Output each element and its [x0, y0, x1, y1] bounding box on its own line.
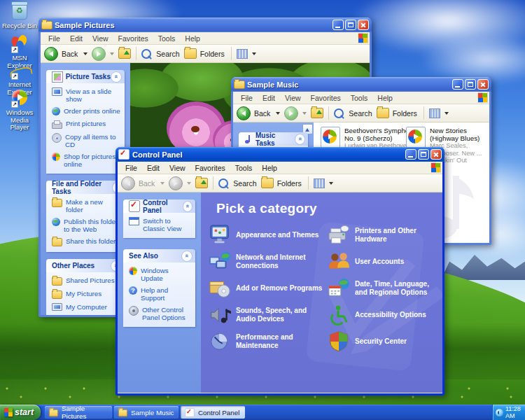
task-item[interactable]: Publish this folder to the Web [52, 218, 122, 233]
tray-volume-icon[interactable] [496, 409, 503, 416]
category-user-accounts[interactable]: User Accounts [327, 250, 440, 273]
menu-tools[interactable]: Tools [230, 164, 258, 172]
menu-help[interactable]: Help [257, 164, 282, 172]
back-button[interactable] [237, 106, 251, 120]
category-network-internet[interactable]: Network and Internet Connections [208, 250, 326, 273]
panel-header[interactable]: Other Places [46, 259, 125, 272]
views-icon[interactable] [429, 108, 440, 118]
task-item[interactable]: Other Control Panel Options [129, 306, 192, 321]
start-button[interactable]: start [0, 405, 41, 420]
task-item[interactable]: Windows Update [129, 267, 192, 282]
titlebar[interactable]: Sample Music [231, 77, 491, 92]
titlebar[interactable]: Sample Pictures [38, 18, 372, 32]
menu-edit[interactable]: Edit [258, 94, 280, 102]
back-label[interactable]: Back [62, 50, 78, 58]
menu-help[interactable]: Help [180, 34, 205, 43]
menu-view[interactable]: View [88, 34, 113, 43]
task-item[interactable]: My Computer [52, 303, 122, 311]
category-performance-maintenance[interactable]: Performance and Maintenance [208, 330, 326, 353]
up-button[interactable] [195, 178, 208, 188]
folders-icon[interactable] [261, 178, 274, 188]
menu-tools[interactable]: Tools [153, 34, 181, 43]
folders-label[interactable]: Folders [200, 50, 225, 58]
task-item[interactable]: Make a new folder [52, 198, 122, 214]
menu-favorites[interactable]: Favorites [113, 34, 153, 43]
task-item[interactable]: Print pictures [52, 120, 122, 129]
views-dropdown-icon[interactable] [252, 52, 256, 55]
category-date-time-language[interactable]: Date, Time, Language, and Regional Optio… [327, 276, 440, 300]
collapse-chevron-icon[interactable] [111, 71, 122, 83]
category-appearance-themes[interactable]: Appearance and Themes [208, 223, 326, 246]
folders-label[interactable]: Folders [393, 109, 417, 118]
category-accessibility-options[interactable]: Accessibility Options [327, 303, 440, 326]
menu-file[interactable]: File [43, 34, 65, 43]
menu-file[interactable]: File [120, 164, 142, 172]
menu-edit[interactable]: Edit [65, 34, 88, 43]
task-item[interactable]: Shop for pictures online [52, 153, 122, 168]
category-add-remove-programs[interactable]: Add or Remove Programs [208, 276, 326, 300]
taskbar-button-control-panel[interactable]: Control Panel [181, 406, 245, 419]
desktop-icon-recycle-bin[interactable]: Recycle Bin [0, 3, 39, 30]
category-printers-hardware[interactable]: Printers and Other Hardware [327, 223, 440, 246]
close-button[interactable] [358, 20, 369, 30]
back-label[interactable]: Back [139, 179, 155, 188]
back-label[interactable]: Back [254, 109, 270, 118]
folders-icon[interactable] [377, 108, 389, 118]
close-button[interactable] [430, 149, 442, 160]
maximize-button[interactable] [418, 149, 429, 160]
menu-view[interactable]: View [280, 94, 306, 102]
search-icon[interactable] [141, 49, 151, 59]
panel-header[interactable]: See Also [123, 249, 195, 262]
maximize-button[interactable] [465, 79, 476, 90]
menu-file[interactable]: File [236, 94, 258, 102]
collapse-chevron-icon[interactable] [183, 201, 192, 212]
views-icon[interactable] [314, 178, 325, 188]
panel-header[interactable]: File and Folder Tasks [46, 181, 125, 194]
panel-header[interactable]: Control Panel [123, 200, 195, 213]
close-button[interactable] [477, 79, 489, 90]
minimize-button[interactable] [405, 149, 416, 160]
views-dropdown-icon[interactable] [329, 182, 333, 185]
views-icon[interactable] [237, 49, 248, 59]
up-button[interactable] [118, 48, 131, 59]
forward-button[interactable] [284, 106, 298, 120]
back-dropdown-icon[interactable] [160, 182, 164, 185]
folders-icon[interactable] [184, 48, 197, 59]
category-sounds-speech-audio[interactable]: Sounds, Speech, and Audio Devices [208, 303, 326, 326]
folders-label[interactable]: Folders [277, 179, 302, 188]
task-item[interactable]: Help and Support [129, 286, 192, 302]
task-item[interactable]: Order prints online [52, 107, 122, 115]
back-dropdown-icon[interactable] [83, 52, 88, 55]
back-button-disabled[interactable] [121, 176, 135, 190]
minimize-button[interactable] [332, 20, 344, 30]
search-label[interactable]: Search [156, 50, 179, 58]
panel-header[interactable]: Picture Tasks [46, 70, 125, 83]
menu-edit[interactable]: Edit [142, 164, 164, 172]
task-item[interactable]: Copy all items to CD [52, 133, 122, 148]
task-item[interactable]: My Pictures [52, 290, 122, 299]
search-icon[interactable] [334, 108, 344, 118]
menu-tools[interactable]: Tools [346, 94, 373, 102]
switch-classic-view[interactable]: Switch to Classic View [129, 217, 192, 232]
forward-dropdown-icon[interactable] [187, 182, 191, 185]
collapse-chevron-icon[interactable] [295, 134, 305, 145]
menu-favorites[interactable]: Favorites [190, 164, 230, 172]
desktop-icon-windows-media-player[interactable]: ↗ Windows Media Player [0, 90, 39, 132]
collapse-chevron-icon[interactable] [181, 251, 192, 262]
taskbar-button-sample-music[interactable]: Sample Music [114, 406, 178, 419]
back-button[interactable] [44, 47, 58, 61]
maximize-button[interactable] [345, 20, 356, 30]
menu-help[interactable]: Help [372, 94, 398, 102]
forward-dropdown-icon[interactable] [302, 112, 307, 115]
category-security-center[interactable]: Security Center [327, 330, 440, 353]
titlebar[interactable]: Control Panel [115, 147, 444, 162]
minimize-button[interactable] [452, 79, 463, 90]
menu-view[interactable]: View [164, 164, 190, 172]
task-item[interactable]: View as a slide show [52, 88, 122, 103]
up-button[interactable] [311, 108, 323, 118]
back-dropdown-icon[interactable] [276, 112, 280, 115]
clock[interactable]: 11:28 AM [505, 405, 525, 419]
search-icon[interactable] [218, 178, 228, 188]
forward-button[interactable] [92, 47, 106, 61]
task-item[interactable]: Share this folder [52, 237, 122, 246]
